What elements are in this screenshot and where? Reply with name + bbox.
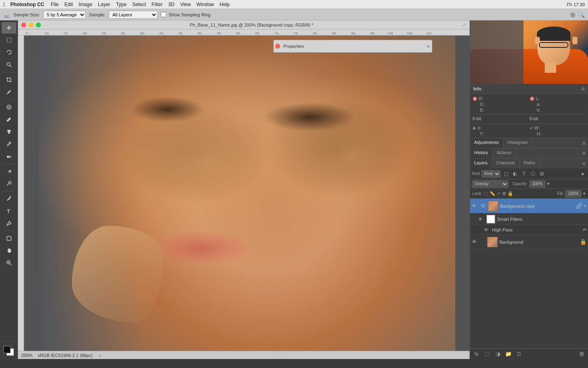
text-tool[interactable]: T — [2, 205, 16, 217]
delete-layer-button[interactable]: 🗑 — [577, 350, 586, 358]
eyedropper-tool[interactable] — [2, 86, 16, 98]
show-sampling-ring-checkbox[interactable] — [161, 12, 166, 17]
high-pass-item[interactable]: 👁 High Pass ⇌ — [470, 225, 588, 235]
high-pass-visibility[interactable]: 👁 — [484, 227, 490, 232]
menu-3d[interactable]: 3D — [168, 2, 174, 7]
filter-type-btn[interactable]: T — [520, 170, 528, 177]
smart-filters-visibility[interactable]: 👁 — [478, 217, 485, 222]
tab-channels[interactable]: Channels — [492, 159, 519, 168]
lock-artboard-icon[interactable]: ⊞ — [502, 191, 506, 196]
opacity-expand-icon[interactable]: ▾ — [547, 181, 550, 186]
smart-filters-item[interactable]: 👁 Smart Filters — [470, 213, 588, 225]
menu-file[interactable]: File — [51, 2, 58, 7]
menu-layer[interactable]: Layer — [98, 2, 110, 7]
menu-edit[interactable]: Edit — [65, 2, 73, 7]
create-fill-button[interactable]: ◑ — [494, 350, 502, 358]
info-panel-menu-icon[interactable]: ≡ — [581, 85, 585, 92]
marquee-tool[interactable] — [2, 34, 16, 46]
opacity-input[interactable] — [529, 180, 546, 188]
menu-image[interactable]: Image — [78, 2, 92, 7]
create-layer-button[interactable]: 🗋 — [515, 350, 523, 358]
tab-adjustments[interactable]: Adjustments — [470, 138, 503, 148]
layer-item-background-copy[interactable]: 👁 Background copy 🔗 ▾ — [470, 199, 588, 213]
menu-filter[interactable]: Filter — [151, 2, 163, 7]
dodge-tool[interactable] — [2, 178, 16, 189]
layers-footer: fx ⬚ ◑ 📁 🗋 🗑 — [470, 348, 588, 359]
lock-transparent-icon[interactable]: ⬚ — [484, 191, 488, 196]
tab-paths[interactable]: Paths — [520, 159, 540, 168]
tab-history[interactable]: History — [470, 148, 492, 158]
quick-select-tool[interactable] — [2, 59, 16, 70]
create-group-button[interactable]: 📁 — [504, 350, 512, 358]
fill-expand-icon[interactable]: ▾ — [583, 191, 586, 196]
tab-histogram[interactable]: Histogram — [503, 138, 532, 148]
menu-window[interactable]: Window — [196, 2, 214, 7]
layer-filter-select[interactable]: Kind — [481, 170, 501, 177]
sample-size-select[interactable]: 5 by 5 Average — [43, 11, 86, 19]
lock-all-icon[interactable]: 🔒 — [508, 191, 513, 196]
menu-select[interactable]: Select — [132, 2, 146, 7]
layer-visibility-background[interactable]: 👁 — [472, 239, 478, 245]
lock-position-icon[interactable]: ⤢ — [497, 191, 501, 196]
properties-dialog[interactable]: Properties ≡ — [273, 40, 432, 53]
healing-tool[interactable] — [2, 101, 16, 113]
foreground-color-swatch[interactable] — [3, 346, 11, 353]
close-button[interactable] — [21, 22, 26, 27]
move-tool[interactable] — [2, 22, 16, 34]
workspace-icon[interactable]: ⊞ — [570, 11, 575, 18]
filter-selected-btn[interactable]: ● — [579, 170, 586, 177]
layer-expand-icon[interactable]: ▾ — [584, 203, 586, 209]
photo-canvas[interactable] — [39, 36, 455, 351]
lock-brush-icon[interactable]: ✏️ — [490, 191, 495, 196]
properties-dialog-close[interactable] — [275, 44, 280, 49]
layer-item-background[interactable]: 👁 Background 🔒 — [470, 235, 588, 249]
canvas-content[interactable]: Properties ≡ — [24, 36, 470, 351]
high-pass-options-icon[interactable]: ⇌ — [583, 227, 586, 232]
sample-select[interactable]: All Layers — [109, 11, 158, 19]
filter-shape-btn[interactable]: ⬡ — [529, 170, 537, 177]
apple-menu[interactable]:  — [3, 1, 5, 8]
layers-panel-menu[interactable]: ≡ — [580, 159, 588, 168]
gradient-tool[interactable] — [2, 166, 16, 177]
stamp-tool[interactable] — [2, 126, 16, 137]
add-fx-button[interactable]: fx — [472, 350, 481, 358]
scroll-arrow[interactable]: › — [99, 353, 101, 358]
adjustments-panel-menu[interactable]: ≡ — [580, 138, 588, 148]
history-panel-menu[interactable]: ≡ — [580, 148, 588, 158]
history-brush-tool[interactable] — [2, 138, 16, 150]
zoom-tool[interactable] — [2, 257, 16, 269]
tab-actions[interactable]: Actions — [492, 148, 516, 158]
show-sampling-ring-label[interactable]: Show Sampling Ring — [161, 12, 210, 17]
filter-smart-btn[interactable]: ⊞ — [538, 170, 546, 177]
crop-tool[interactable] — [2, 74, 16, 85]
layer-link-bg-copy[interactable] — [481, 203, 486, 209]
eyedropper-2-icon: 🎯 — [530, 96, 535, 101]
tab-layers[interactable]: Layers — [470, 159, 492, 168]
menu-view[interactable]: View — [180, 2, 191, 7]
fill-input[interactable] — [565, 190, 581, 197]
color-swatches[interactable] — [2, 345, 16, 357]
minimize-button[interactable] — [29, 22, 33, 27]
menu-type[interactable]: Type — [116, 2, 127, 7]
brush-tool[interactable] — [2, 114, 16, 125]
properties-dialog-menu[interactable]: ≡ — [427, 44, 430, 49]
lasso-tool[interactable] — [2, 47, 16, 58]
search-icon[interactable]: 🔍 — [578, 11, 585, 18]
maximize-button[interactable] — [36, 22, 41, 27]
right-panels: Info ≡ 🎯 R: G: — [470, 20, 588, 359]
eraser-tool[interactable] — [2, 150, 16, 162]
menu-help[interactable]: Help — [220, 2, 230, 7]
window-resize-icon[interactable]: ⤢ — [462, 22, 466, 28]
info-panel-header[interactable]: Info ≡ — [470, 84, 588, 94]
layer-visibility-bg-copy[interactable]: 👁 — [472, 203, 478, 209]
svg-line-10 — [7, 184, 8, 186]
shape-tool[interactable] — [2, 233, 16, 244]
hand-tool[interactable] — [2, 245, 16, 256]
info-w-row: ⤢ W: — [530, 126, 586, 130]
add-mask-button[interactable]: ⬚ — [483, 350, 491, 358]
path-select-tool[interactable] — [2, 218, 16, 229]
filter-pixel-btn[interactable]: ▢ — [502, 170, 510, 177]
pen-tool[interactable] — [2, 193, 16, 204]
blend-mode-select[interactable]: Overlay — [472, 180, 508, 188]
filter-adjustment-btn[interactable]: ◐ — [511, 170, 519, 177]
